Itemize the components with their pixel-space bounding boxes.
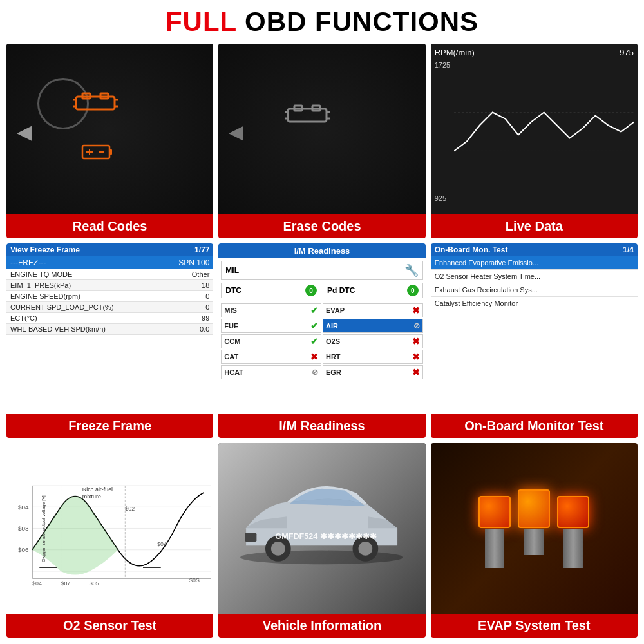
im-header: I/M Readiness [218,243,425,258]
im-ccm: CCM ✔ [221,334,321,348]
live-data-graph [454,60,634,204]
live-data-header: RPM(/min) 975 [435,48,634,57]
piston-3 [556,496,591,568]
ff-row-0: ENGINE TQ MODE Other [6,269,213,280]
vehicle-info-label: Vehicle Information [218,614,425,638]
erase-codes-cell[interactable]: ◀ Erase Codes [218,44,425,238]
live-data-label: Live Data [431,214,638,238]
svg-text:$05: $05 [90,580,99,587]
vehicle-info-cell[interactable]: GMFDF524 ✱✱✱✱✱✱✱✱ Vehicle Information [218,443,425,638]
obm-header-label: On-Board Mon. Test [435,245,508,254]
dtc-badge: 0 [305,285,317,296]
read-codes-cell[interactable]: ◀ [6,44,213,238]
im-air-label: AIR [326,322,338,330]
live-data-cell[interactable]: RPM(/min) 975 1725 925 [431,44,638,238]
im-hrt: HRT ✖ [323,350,423,364]
svg-rect-48 [245,533,257,542]
im-o2s-status: ✖ [412,336,420,346]
obm-content: On-Board Mon. Test 1/4 Enhanced Evaporat… [431,243,638,414]
o2-sensor-image: Oxygen sensor output voltage [V] $04 $03 [6,443,213,614]
im-readiness-label: I/M Readiness [218,414,425,438]
mil-engine-icon: 🔧 [404,263,419,278]
piston-body-1 [485,529,504,568]
freeze-frame-label: Freeze Frame [6,414,213,438]
im-hcat: HCAT ⊘ [221,365,321,379]
im-hrt-status: ✖ [412,352,420,362]
svg-text:$0S: $0S [189,577,200,583]
erase-codes-label: Erase Codes [218,214,425,238]
im-egr-label: EGR [326,368,341,376]
arrow-left-icon: ◀ [17,120,32,143]
im-content: I/M Readiness MIL 🔧 DTC 0 Pd DTC [218,243,425,414]
im-items-grid: MIS ✔ EVAP ✖ FUE ✔ AIR ⊘ [218,301,425,382]
dtc-item: DTC 0 [221,283,321,298]
freeze-frame-content: View Freeze Frame 1/77 ---FREZ--- SPN 10… [6,243,213,414]
freeze-frame-image: View Freeze Frame 1/77 ---FREZ--- SPN 10… [6,243,213,414]
live-data-image: RPM(/min) 975 1725 925 [431,44,638,214]
mil-label: MIL [225,266,239,275]
o2-sensor-cell[interactable]: Oxygen sensor output voltage [V] $04 $03 [6,443,213,638]
ff-row-2: ENGINE SPEED(rpm) 0 [6,291,213,302]
erase-codes-image: ◀ [218,44,425,214]
ff-row-1: EIM_1_PRES(kPa) 18 [6,280,213,291]
ff-row-1-label: EIM_1_PRES(kPa) [10,281,71,289]
obm-page: 1/4 [623,245,634,254]
page-title: FULL OBD FUNCTIONS [6,6,638,37]
obm-cell[interactable]: On-Board Mon. Test 1/4 Enhanced Evaporat… [431,243,638,438]
obm-image: On-Board Mon. Test 1/4 Enhanced Evaporat… [431,243,638,414]
pd-dtc-label: Pd DTC [327,286,355,295]
freeze-frame-cell[interactable]: View Freeze Frame 1/77 ---FREZ--- SPN 10… [6,243,213,438]
vehicle-info-image: GMFDF524 ✱✱✱✱✱✱✱✱ [218,443,425,614]
svg-point-45 [271,542,285,556]
im-ccm-label: CCM [224,337,240,345]
im-dtc-row: DTC 0 Pd DTC 0 [221,283,422,298]
ff-row-4-label: ECT(°C) [10,314,37,322]
im-hrt-label: HRT [326,353,341,361]
piston-2 [516,489,552,555]
page-wrapper: FULL OBD FUNCTIONS ◀ [0,0,644,644]
im-readiness-image: I/M Readiness MIL 🔧 DTC 0 Pd DTC [218,243,425,414]
arrow-left-2-icon: ◀ [229,120,243,143]
ff-row-0-value: Other [192,270,210,278]
obm-label: On-Board Monitor Test [431,414,638,438]
dash-bg-2: ◀ [218,44,425,214]
ff-row-4-value: 99 [202,314,209,322]
evap-label: EVAP System Test [431,614,638,638]
svg-text:$04: $04 [18,504,29,511]
im-mis-label: MIS [224,307,237,314]
im-readiness-cell[interactable]: I/M Readiness MIL 🔧 DTC 0 Pd DTC [218,243,425,438]
im-mis-status: ✔ [310,305,318,316]
svg-text:$02: $02 [125,506,135,512]
dash-bg-1: ◀ [6,44,213,214]
rpm-label: RPM(/min) [435,48,475,57]
title-bold: FULL [166,6,237,37]
y-low: 925 [435,194,450,202]
svg-rect-8 [109,149,112,155]
evap-image [431,443,638,614]
ff-row-3: CURRENT SPD_LOAD_PCT(%) 0 [6,302,213,313]
live-data-content: RPM(/min) 975 1725 925 [431,44,638,214]
ff-row-5-label: WHL-BASED VEH SPD(km/h) [10,325,106,333]
rpm-value: 975 [620,48,634,57]
read-codes-image: ◀ [6,44,213,214]
ff-header: View Freeze Frame 1/77 [6,243,213,256]
ff-row-3-label: CURRENT SPD_LOAD_PCT(%) [10,303,114,311]
im-evap-status: ✖ [412,305,420,316]
im-fue-status: ✔ [310,321,318,331]
svg-point-43 [240,551,403,565]
piston-1 [477,496,513,568]
im-evap-label: EVAP [326,307,345,314]
im-cat: CAT ✖ [221,350,321,364]
obm-item-1: O2 Sensor Heater System Time... [431,270,638,283]
im-egr-status: ✖ [412,367,420,377]
ff-row-2-value: 0 [205,292,209,300]
evap-cell[interactable]: EVAP System Test [431,443,638,638]
ff-row-5: WHL-BASED VEH SPD(km/h) 0.0 [6,324,213,335]
piston-body-2 [524,529,544,555]
pd-dtc-item: Pd DTC 0 [323,283,423,298]
svg-text:$07: $07 [61,580,71,587]
engine-gray-icon [285,104,330,129]
evap-content [431,443,638,614]
ff-sub-header: ---FREZ--- SPN 100 [6,256,213,269]
svg-text:Rich air-fuel: Rich air-fuel [82,486,113,493]
